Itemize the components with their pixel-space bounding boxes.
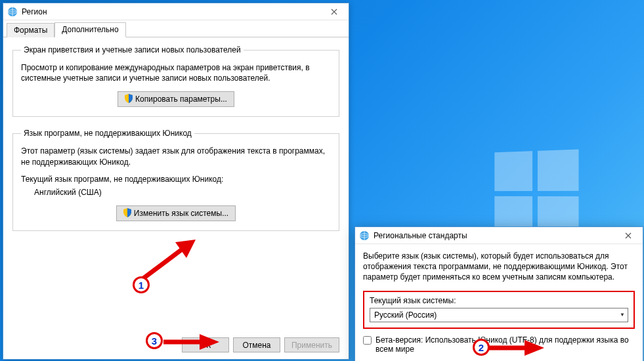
locale-field-label: Текущий язык системы: — [370, 296, 628, 305]
svg-marker-4 — [175, 240, 196, 258]
copy-parameters-label: Копировать параметры... — [135, 95, 227, 104]
locale-desc: Выберите язык (язык системы), который бу… — [363, 251, 635, 283]
tab-formats[interactable]: Форматы — [7, 23, 54, 37]
beta-utf8-checkbox[interactable] — [363, 336, 372, 345]
copy-parameters-button[interactable]: Копировать параметры... — [118, 91, 234, 107]
annotation-arrow-3 — [161, 332, 221, 352]
welcome-group: Экран приветствия и учетные записи новых… — [12, 45, 339, 117]
system-locale-selected-value: Русский (Россия) — [374, 310, 437, 320]
change-system-locale-label: Изменить язык системы... — [134, 209, 228, 218]
annotation-highlight-box: Текущий язык системы: Русский (Россия) ▼ — [363, 291, 635, 329]
wallpaper-windows-logo — [494, 149, 578, 238]
annotation-badge-1: 1 — [133, 276, 150, 293]
region-dialog: Регион Форматы Дополнительно Экран приве… — [3, 3, 349, 360]
region-cancel-button[interactable]: Отмена — [233, 337, 280, 352]
annotation-arrow-2 — [486, 338, 546, 358]
nonunicode-current-value: Английский (США) — [21, 187, 331, 198]
tab-content-additional: Экран приветствия и учетные записи новых… — [3, 37, 349, 359]
locale-close-button[interactable] — [615, 228, 641, 243]
locale-title: Региональные стандарты — [374, 231, 615, 240]
change-system-locale-button[interactable]: Изменить язык системы... — [116, 205, 236, 221]
annotation-arrow-1 — [139, 240, 198, 286]
globe-icon — [7, 7, 18, 17]
svg-marker-5 — [525, 340, 544, 356]
system-locale-dropdown[interactable]: Русский (Россия) ▼ — [370, 308, 628, 322]
shield-icon — [123, 208, 131, 219]
tab-additional[interactable]: Дополнительно — [54, 22, 125, 37]
region-titlebar: Регион — [3, 3, 349, 20]
nonunicode-current-label: Текущий язык программ, не поддерживающих… — [21, 174, 331, 184]
region-tabbar: Форматы Дополнительно — [3, 20, 349, 37]
close-icon — [331, 9, 337, 15]
region-apply-button[interactable]: Применить — [284, 337, 339, 352]
svg-marker-6 — [200, 334, 219, 350]
nonunicode-desc: Этот параметр (язык системы) задает язык… — [21, 146, 331, 167]
close-icon — [625, 232, 632, 239]
chevron-down-icon: ▼ — [620, 312, 625, 318]
region-close-button[interactable] — [321, 5, 347, 19]
annotation-badge-3: 3 — [146, 332, 163, 349]
nonunicode-group: Язык программ, не поддерживающих Юникод … — [12, 129, 339, 231]
welcome-desc: Просмотр и копирование международных пар… — [21, 62, 331, 83]
globe-icon — [359, 230, 370, 241]
nonunicode-legend: Язык программ, не поддерживающих Юникод — [21, 129, 194, 138]
welcome-legend: Экран приветствия и учетные записи новых… — [21, 45, 244, 54]
shield-icon — [125, 94, 133, 105]
locale-titlebar: Региональные стандарты — [355, 227, 643, 244]
region-title: Регион — [22, 7, 321, 16]
annotation-badge-2: 2 — [473, 339, 490, 356]
